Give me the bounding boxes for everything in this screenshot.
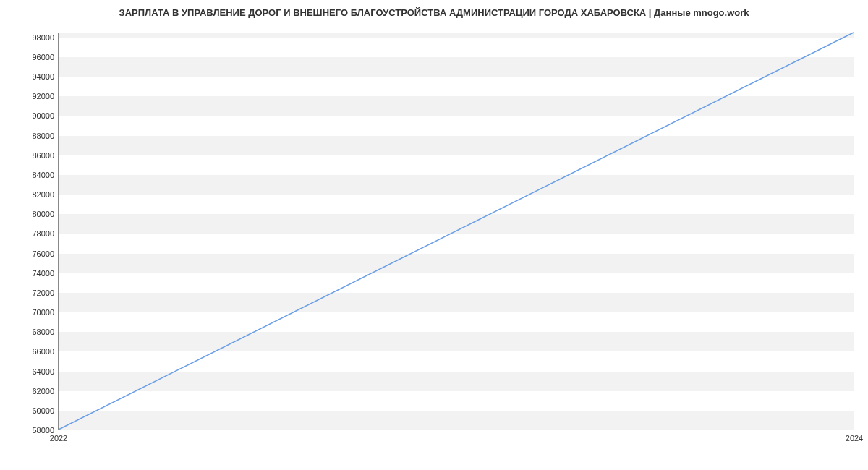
y-tick-label: 70000 <box>32 308 54 317</box>
y-tick-label: 80000 <box>32 210 54 218</box>
y-tick-label: 88000 <box>32 132 54 140</box>
chart-container: ЗАРПЛАТА В УПРАВЛЕНИЕ ДОРОГ И ВНЕШНЕГО Б… <box>0 0 868 470</box>
y-tick-label: 60000 <box>32 406 54 415</box>
y-tick-label: 90000 <box>32 111 54 120</box>
chart-title: ЗАРПЛАТА В УПРАВЛЕНИЕ ДОРОГ И ВНЕШНЕГО Б… <box>0 7 868 18</box>
x-tick-label: 2024 <box>846 434 863 443</box>
y-tick-label: 92000 <box>32 92 54 101</box>
line-series <box>59 33 854 430</box>
y-tick-label: 96000 <box>32 53 54 61</box>
y-tick-label: 64000 <box>32 367 54 376</box>
y-tick-label: 66000 <box>32 347 54 356</box>
y-tick-label: 62000 <box>32 387 54 396</box>
y-tick-label: 78000 <box>32 229 54 238</box>
y-tick-label: 98000 <box>32 33 54 42</box>
plot-area: 5800060000620006400066000680007000072000… <box>58 33 854 430</box>
y-tick-label: 84000 <box>32 171 54 179</box>
x-tick-label: 2022 <box>50 434 67 443</box>
y-tick-label: 72000 <box>32 289 54 297</box>
y-tick-label: 94000 <box>32 72 54 81</box>
y-tick-label: 76000 <box>32 249 54 258</box>
y-tick-label: 82000 <box>32 190 54 199</box>
data-line <box>59 33 854 430</box>
y-tick-label: 74000 <box>32 269 54 278</box>
y-tick-label: 86000 <box>32 151 54 160</box>
y-tick-label: 68000 <box>32 328 54 336</box>
